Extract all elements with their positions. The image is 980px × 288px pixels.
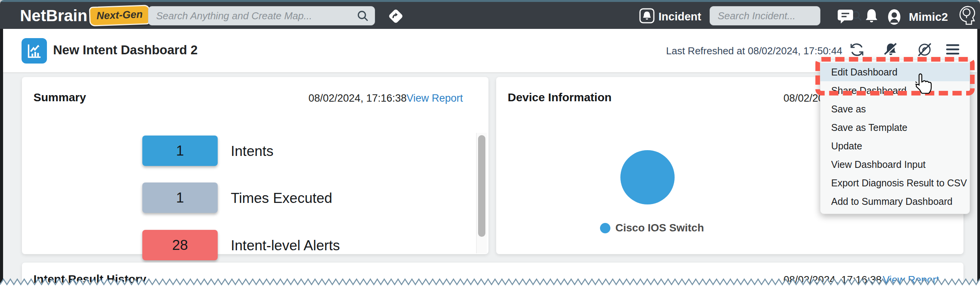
dashboard-context-menu: Edit Dashboard Share Dashboard Save as S… [820,59,970,214]
last-refreshed-text: Last Refreshed at 08/02/2024, 17:50:44 [666,45,842,57]
summary-card-timestamp: 08/02/2024, 17:16:38 [308,92,407,104]
netbrain-logo-text: NetBrain [20,7,87,25]
stat-box-times-executed[interactable]: 1 [142,183,218,213]
history-card-title: Intent Result History [33,273,146,286]
page-title: New Intent Dashboard 2 [53,43,198,57]
chat-messages-icon[interactable] [837,7,854,25]
menu-item-add-to-summary-dashboard[interactable]: Add to Summary Dashboard [820,192,970,211]
stat-label-intent-level-alerts: Intent-level Alerts [231,238,340,254]
stat-box-intent-level-alerts[interactable]: 28 [142,230,218,260]
menu-item-update[interactable]: Update [820,137,970,155]
hide-alerts-slashed-circle-icon[interactable] [915,40,934,59]
global-search-input[interactable] [148,10,356,22]
summary-scrollbar-track[interactable] [476,133,487,253]
intent-result-history-card: Intent Result History 08/02/2024, 17:16:… [22,263,963,288]
netbrain-app-window: NetBrain Next-Gen Incident [0,0,980,288]
summary-view-report-link[interactable]: View Report [407,92,463,104]
menu-item-view-dashboard-input[interactable]: View Dashboard Input [820,155,970,174]
stat-box-intents[interactable]: 1 [142,136,218,166]
user-avatar-icon[interactable] [885,7,904,27]
top-navigation-bar: NetBrain Next-Gen Incident [0,2,980,29]
hamburger-menu-icon[interactable] [944,40,962,58]
menu-item-save-as-template[interactable]: Save as Template [820,118,970,137]
menu-item-share-dashboard[interactable]: Share Dashboard [820,81,970,100]
global-search-box[interactable] [148,6,375,25]
ai-assistant-head-icon[interactable] [957,5,977,27]
history-view-report-link[interactable]: View Report [883,274,939,286]
incident-search-box[interactable] [710,6,820,25]
summary-card-title: Summary [33,91,86,104]
notifications-bell-icon[interactable] [863,7,880,25]
legend-dot [600,223,610,233]
menu-item-edit-dashboard[interactable]: Edit Dashboard [820,63,970,81]
incident-label[interactable]: Incident [658,10,701,23]
map-navigate-icon[interactable] [385,6,406,27]
refresh-icon[interactable] [848,40,866,59]
window-left-edge [0,29,3,283]
pie-legend-item[interactable]: Cisco IOS Switch [600,222,704,234]
stat-label-intents: Intents [231,143,273,159]
summary-card: Summary 08/02/2024, 17:16:38 View Report… [22,77,488,254]
stat-label-times-executed: Times Executed [231,190,332,206]
pie-slice-cisco-ios-switch[interactable] [620,150,675,204]
netbrain-logo[interactable]: NetBrain [20,7,87,25]
mute-alert-bell-slash-icon[interactable] [882,40,900,59]
window-right-edge [977,29,980,283]
incident-icon[interactable] [638,7,656,25]
menu-item-save-as[interactable]: Save as [820,100,970,118]
username-label[interactable]: Mimic2 [909,10,948,23]
incident-search-input[interactable] [710,10,850,22]
summary-scrollbar-thumb[interactable] [478,135,485,237]
menu-item-export-diagnosis-result-to-csv[interactable]: Export Diagnosis Result to CSV [820,174,970,192]
device-card-title: Device Information [508,91,612,104]
dashboard-icon [22,38,47,64]
legend-label: Cisco IOS Switch [615,222,704,234]
search-icon[interactable] [356,9,369,22]
history-card-timestamp: 08/02/2024, 17:16:38 [783,274,882,286]
next-gen-badge: Next-Gen [89,5,150,26]
